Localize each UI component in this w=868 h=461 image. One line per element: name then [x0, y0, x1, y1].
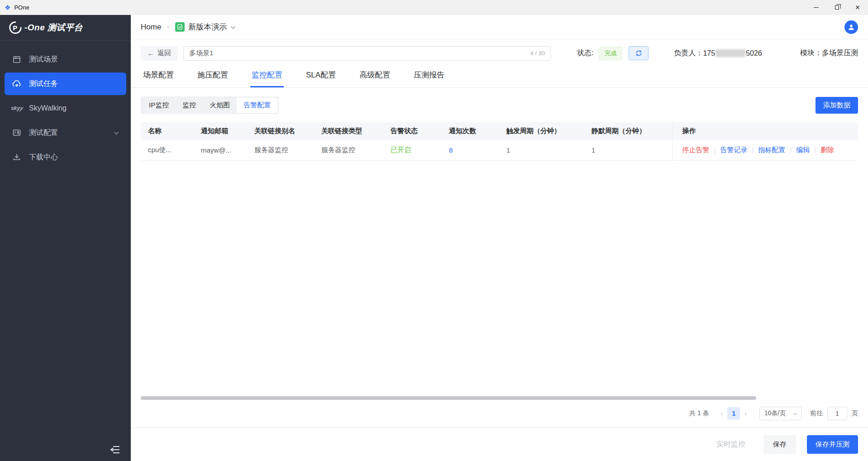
- chevron-down-icon[interactable]: [230, 23, 236, 31]
- realtime-monitor-link-disabled: 实时监控: [716, 440, 745, 449]
- sidebar-item-label: SkyWalking: [29, 104, 67, 112]
- logo-text: -One 测试平台: [24, 22, 83, 34]
- prev-page-button[interactable]: ‹: [716, 410, 728, 417]
- status-badge: 完成: [599, 47, 622, 60]
- delete-link[interactable]: 删除: [820, 146, 834, 154]
- close-icon: ✕: [855, 4, 860, 11]
- sidebar-item-skywalking[interactable]: sky𝑦 SkyWalking: [5, 97, 126, 120]
- subtab-monitor[interactable]: 监控: [176, 98, 203, 113]
- horizontal-scrollbar-thumb[interactable]: [141, 396, 756, 400]
- status-label: 状态:: [577, 48, 593, 58]
- restore-icon: [835, 5, 839, 10]
- col-link-type: 关联链接类型: [314, 122, 383, 140]
- config-tabs: 场景配置 施压配置 监控配置 SLA配置 高级配置 压测报告: [131, 67, 868, 88]
- tab-monitor-config[interactable]: 监控配置: [250, 70, 284, 87]
- col-email: 通知邮箱: [194, 122, 247, 140]
- col-notify-count: 通知次数: [442, 122, 499, 140]
- scene-toolbar: ← 返回 4 / 30 状态: 完成 负责人： 175: [131, 39, 868, 61]
- app-title: POne: [14, 4, 806, 11]
- tab-sla-config[interactable]: SLA配置: [305, 70, 337, 87]
- sidebar-item-download-center[interactable]: 下载中心: [5, 146, 126, 168]
- close-button[interactable]: ✕: [847, 0, 868, 15]
- sidebar-item-test-task[interactable]: 测试任务: [5, 72, 126, 95]
- refresh-icon: [635, 50, 642, 57]
- svg-text:P: P: [13, 24, 17, 32]
- minimize-icon: [814, 7, 819, 8]
- subtab-ip-monitor[interactable]: IP监控: [142, 98, 176, 113]
- chevron-down-icon: [793, 410, 798, 417]
- module-group: 模块：多场景压测: [800, 48, 858, 58]
- alarm-record-link[interactable]: 告警记录: [720, 146, 747, 154]
- owner-group: 负责人： 175 5026: [674, 48, 762, 58]
- monitor-subtab-row: IP监控 监控 火焰图 告警配置 添加数据: [141, 96, 858, 114]
- restore-button[interactable]: [826, 0, 847, 15]
- monitor-subtabs: IP监控 监控 火焰图 告警配置: [141, 96, 279, 114]
- id-card-icon: [12, 128, 22, 138]
- sidebar-logo: P -One 测试平台: [0, 15, 131, 41]
- pagination-total: 共 1 条: [689, 409, 709, 418]
- breadcrumb-home[interactable]: Home: [141, 23, 161, 32]
- cell-email: mayw@...: [194, 140, 247, 161]
- owner-phone-redacted: [715, 49, 745, 57]
- tab-test-report[interactable]: 压测报告: [412, 70, 446, 87]
- stop-alarm-link[interactable]: 停止告警: [682, 146, 710, 154]
- user-avatar[interactable]: [844, 20, 858, 34]
- minimize-button[interactable]: [806, 0, 826, 15]
- save-and-test-button[interactable]: 保存并压测: [807, 435, 858, 454]
- sidebar-item-label: 测试配置: [29, 128, 58, 138]
- tab-scene-config[interactable]: 场景配置: [142, 70, 175, 87]
- sidebar: P -One 测试平台 测试场景 测试任务 sky𝑦 SkyWalking: [0, 15, 131, 461]
- next-page-button[interactable]: ›: [740, 410, 751, 417]
- owner-label: 负责人：: [674, 48, 703, 58]
- add-data-button[interactable]: 添加数据: [816, 97, 858, 114]
- tab-pressure-config[interactable]: 施压配置: [196, 70, 229, 87]
- box-icon: [12, 54, 22, 64]
- refresh-status-button[interactable]: [629, 46, 649, 60]
- edit-link[interactable]: 编辑: [796, 146, 810, 154]
- app-logo-icon: ❖: [5, 4, 10, 11]
- tab-advanced-config[interactable]: 高级配置: [358, 70, 391, 87]
- cell-name: cpu使...: [141, 140, 194, 161]
- cloud-sync-icon: [12, 79, 22, 89]
- main-panel: Home 新版本演示 ← 返回 4 / 30 状态:: [131, 15, 868, 461]
- horizontal-scrollbar: [141, 396, 858, 400]
- page-number-button[interactable]: 1: [727, 407, 740, 420]
- action-separator: |: [814, 146, 816, 154]
- project-icon: [175, 22, 185, 32]
- owner-phone-suffix: 5026: [746, 49, 762, 58]
- pagination: 共 1 条 ‹ 1 › 10条/页 前往 页: [131, 400, 868, 427]
- subtab-flame-graph[interactable]: 火焰图: [203, 98, 237, 113]
- module-label: 模块：: [800, 49, 822, 57]
- sidebar-item-label: 下载中心: [29, 153, 58, 162]
- table-header-row: 名称 通知邮箱 关联链接别名 关联链接类型 告警状态 通知次数 触发周期（分钟）…: [141, 122, 858, 140]
- goto-label: 前往: [810, 409, 823, 418]
- sidebar-item-test-scene[interactable]: 测试场景: [5, 48, 126, 71]
- back-button[interactable]: ← 返回: [141, 46, 178, 61]
- col-name: 名称: [141, 122, 194, 140]
- owner-phone-prefix: 175: [703, 49, 715, 58]
- sidebar-collapse-button[interactable]: [110, 445, 121, 455]
- col-trigger-period: 触发周期（分钟）: [499, 122, 584, 140]
- cell-alarm-status: 已开启: [383, 140, 442, 161]
- cell-link-alias: 服务器监控: [247, 140, 314, 161]
- scene-name-input[interactable]: [189, 49, 526, 57]
- project-name[interactable]: 新版本演示: [188, 22, 227, 32]
- page-size-value: 10条/页: [764, 409, 786, 418]
- page-size-select[interactable]: 10条/页: [759, 407, 802, 420]
- subtab-alarm-config[interactable]: 告警配置: [237, 98, 277, 113]
- os-titlebar: ❖ POne ✕: [0, 0, 868, 15]
- content-spacer: [131, 161, 868, 396]
- sidebar-item-test-config[interactable]: 测试配置: [5, 121, 126, 144]
- action-separator: |: [714, 146, 716, 154]
- scene-name-counter: 4 / 30: [530, 50, 545, 57]
- sky-icon: sky𝑦: [12, 103, 22, 113]
- goto-page-input[interactable]: [827, 407, 847, 420]
- cell-operations: 停止告警|告警记录|指标配置|编辑|删除: [672, 140, 858, 161]
- scene-name-input-wrap: 4 / 30: [183, 46, 551, 61]
- action-separator: |: [752, 146, 754, 154]
- save-button[interactable]: 保存: [763, 435, 796, 454]
- chevron-down-icon: [114, 129, 119, 137]
- metric-config-link[interactable]: 指标配置: [758, 146, 785, 154]
- cell-notify-count: 8: [442, 140, 499, 161]
- alarm-table: 名称 通知邮箱 关联链接别名 关联链接类型 告警状态 通知次数 触发周期（分钟）…: [141, 122, 858, 161]
